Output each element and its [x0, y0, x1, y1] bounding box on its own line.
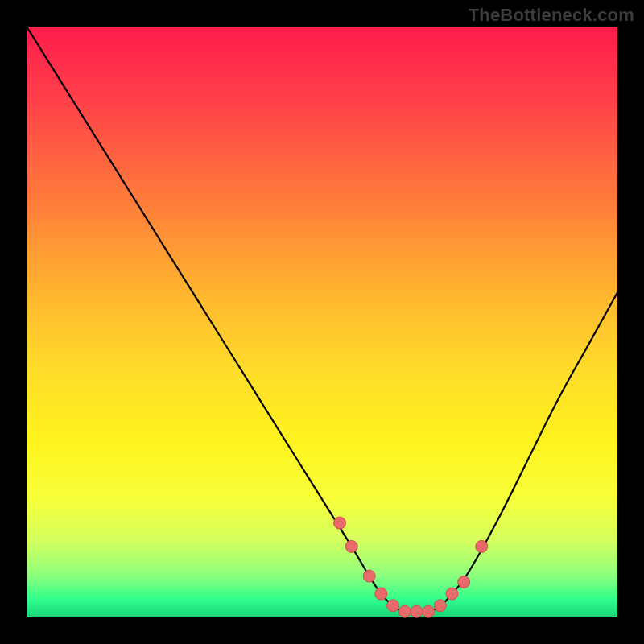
marker-point [334, 517, 346, 529]
marker-point [411, 605, 423, 617]
marker-point [398, 605, 411, 617]
marker-point [476, 540, 488, 552]
marker-point [387, 600, 399, 612]
chart-frame: TheBottleneck.com [0, 0, 644, 644]
marker-point [458, 576, 470, 588]
watermark-text: TheBottleneck.com [469, 5, 634, 26]
bottleneck-curve [27, 27, 617, 612]
marker-point [345, 540, 357, 552]
marker-point [434, 600, 446, 612]
marker-group [334, 517, 488, 617]
marker-point [423, 605, 435, 617]
marker-point [446, 588, 458, 600]
chart-svg [27, 27, 617, 617]
plot-area [27, 27, 617, 617]
marker-point [363, 570, 375, 582]
marker-point [375, 588, 387, 600]
